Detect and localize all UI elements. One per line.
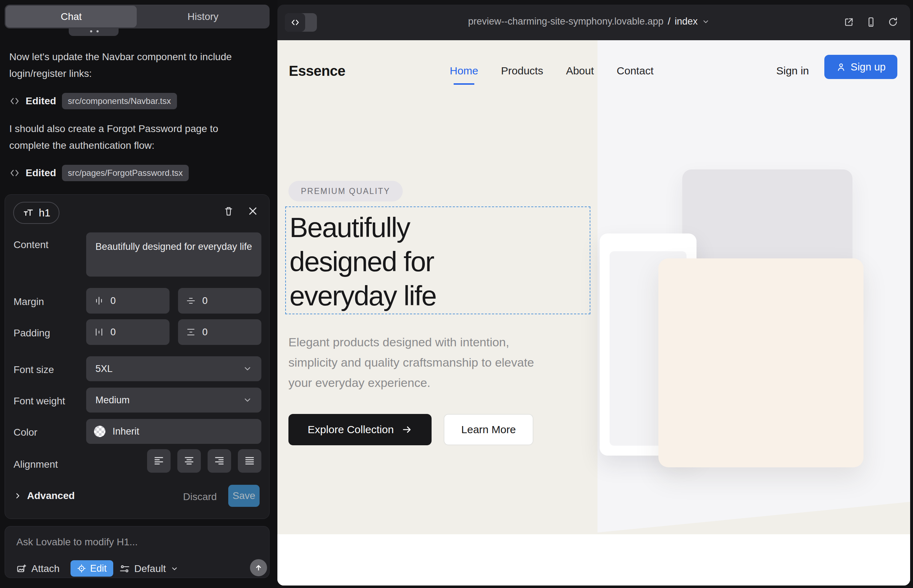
edited-file-chip[interactable]: src/pages/ForgotPassword.tsx	[62, 165, 189, 181]
attach-image-icon	[16, 564, 26, 574]
selected-tag-label: h1	[39, 207, 50, 219]
composer-input[interactable]	[16, 534, 259, 550]
margin-label: Margin	[13, 296, 44, 307]
preview-pane: preview--charming-site-symphony.lovable.…	[277, 5, 910, 585]
decorative-card-cream	[659, 258, 863, 467]
margin-y-value: 0	[202, 296, 207, 307]
edited-label: Edited	[26, 95, 56, 107]
edited-file-row: Edited src/components/Navbar.tsx	[9, 92, 177, 110]
content-input[interactable]: Beautifully designed for everyday life	[86, 233, 261, 276]
target-icon	[77, 564, 86, 573]
chat-message: Now let's update the Navbar component to…	[9, 48, 244, 82]
truncated-chip	[69, 29, 118, 36]
refresh-icon[interactable]	[887, 16, 899, 28]
nav-link-about[interactable]: About	[566, 65, 594, 77]
sign-up-button[interactable]: Sign up	[824, 55, 897, 79]
preview-actions	[843, 16, 899, 28]
font-size-label: Font size	[13, 364, 54, 375]
tab-chat[interactable]: Chat	[6, 6, 137, 27]
close-panel-button[interactable]	[246, 205, 259, 218]
attach-label: Attach	[31, 563, 60, 575]
margin-y-input[interactable]: 0	[178, 288, 261, 313]
color-select[interactable]: Inherit	[86, 419, 261, 444]
padding-x-input[interactable]: 0	[86, 319, 170, 345]
open-in-new-tab-icon[interactable]	[843, 16, 855, 28]
code-preview-toggle[interactable]	[285, 13, 317, 32]
chevron-down-icon	[243, 396, 252, 405]
tab-chat-label: Chat	[60, 11, 81, 23]
arrow-right-icon	[401, 424, 412, 435]
url-separator: /	[668, 16, 670, 27]
preview-url[interactable]: preview--charming-site-symphony.lovable.…	[468, 16, 710, 27]
code-icon	[9, 96, 20, 107]
site-nav: Home Products About Contact	[450, 65, 653, 77]
mode-selector[interactable]: Default	[120, 561, 178, 577]
chevron-down-icon	[170, 565, 178, 573]
nav-link-home[interactable]: Home	[450, 65, 478, 77]
learn-more-button[interactable]: Learn More	[444, 414, 533, 445]
chevron-down-icon	[243, 364, 252, 373]
save-button[interactable]: Save	[228, 485, 260, 507]
explore-collection-button[interactable]: Explore Collection	[288, 414, 432, 445]
sliders-icon	[120, 564, 130, 574]
site-viewport: Essence Home Products About Contact Sign…	[277, 40, 910, 585]
hero-heading[interactable]: Beautifully designed for everyday life	[290, 210, 436, 313]
nav-link-contact[interactable]: Contact	[617, 65, 653, 77]
margin-vertical-icon	[186, 296, 196, 306]
attach-button[interactable]: Attach	[16, 561, 60, 577]
url-page: index	[675, 16, 698, 27]
tab-history-label: History	[187, 11, 218, 23]
next-section-background	[277, 534, 910, 585]
preview-toolbar: preview--charming-site-symphony.lovable.…	[277, 5, 910, 40]
content-label: Content	[13, 239, 49, 250]
tab-history[interactable]: History	[138, 5, 268, 29]
hero-paragraph: Elegant products designed with intention…	[288, 332, 541, 393]
chat-message: I should also create a Forgot Password p…	[9, 120, 251, 154]
color-swatch	[94, 426, 105, 437]
align-left-button[interactable]	[147, 449, 170, 473]
align-justify-button[interactable]	[238, 449, 261, 473]
margin-x-value: 0	[110, 296, 116, 307]
sign-in-link[interactable]: Sign in	[776, 65, 809, 77]
padding-label: Padding	[13, 328, 50, 339]
chevron-right-icon	[13, 491, 22, 500]
edit-mode-label: Edit	[90, 563, 107, 574]
site-logo[interactable]: Essence	[289, 63, 345, 79]
nav-link-products[interactable]: Products	[501, 65, 543, 77]
font-weight-select[interactable]: Medium	[86, 388, 261, 412]
edited-label: Edited	[26, 167, 56, 179]
align-right-button[interactable]	[207, 449, 231, 473]
user-icon	[836, 62, 846, 72]
hero-heading-line: designed for	[290, 244, 436, 279]
font-weight-value: Medium	[96, 395, 130, 406]
delete-element-button[interactable]	[222, 205, 235, 218]
font-size-value: 5XL	[96, 363, 113, 375]
padding-vertical-icon	[186, 327, 196, 337]
selected-element-pill: h1	[13, 202, 60, 224]
advanced-toggle[interactable]: Advanced	[13, 490, 75, 501]
margin-horizontal-icon	[94, 296, 104, 306]
explore-collection-label: Explore Collection	[308, 423, 394, 436]
discard-button[interactable]: Discard	[183, 491, 217, 502]
text-type-icon	[23, 207, 34, 218]
edit-mode-button[interactable]: Edit	[71, 560, 113, 577]
color-value: Inherit	[113, 426, 139, 437]
premium-quality-badge: PREMIUM QUALITY	[288, 181, 403, 202]
padding-y-input[interactable]: 0	[178, 319, 261, 345]
mobile-view-icon[interactable]	[865, 16, 877, 28]
margin-x-input[interactable]: 0	[86, 288, 170, 313]
url-domain: preview--charming-site-symphony.lovable.…	[468, 16, 664, 27]
advanced-label: Advanced	[27, 490, 75, 501]
align-center-button[interactable]	[177, 449, 201, 473]
edited-file-row: Edited src/pages/ForgotPassword.tsx	[9, 165, 189, 181]
element-editor-panel: h1 Content Beautifully designed for ever…	[5, 194, 270, 519]
padding-x-value: 0	[110, 327, 116, 338]
chevron-down-icon	[702, 18, 710, 26]
alignment-label: Alignment	[13, 459, 58, 470]
send-button[interactable]	[250, 559, 267, 576]
font-size-select[interactable]: 5XL	[86, 356, 261, 381]
sign-up-label: Sign up	[851, 61, 885, 73]
font-weight-label: Font weight	[13, 396, 65, 407]
padding-horizontal-icon	[94, 327, 104, 337]
edited-file-chip[interactable]: src/components/Navbar.tsx	[62, 93, 177, 109]
